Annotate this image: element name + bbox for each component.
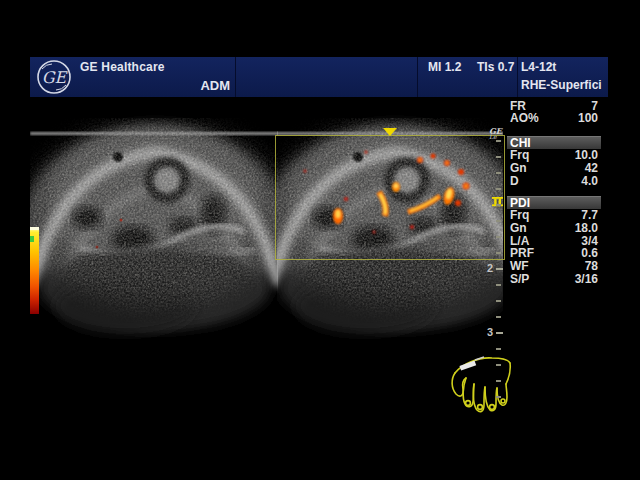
param-value: 4.0 — [581, 175, 598, 188]
param-row: Gn 18.0 — [507, 222, 601, 235]
ao-value: 100 — [578, 112, 598, 124]
acoustic-output-row: AO% 100 — [507, 112, 601, 124]
param-row: Frq 10.0 — [507, 149, 601, 162]
pdi-parameters-section: PDI Frq 7.7 Gn 18.0 L/A 3/4 PRF 0.6 WF 7… — [507, 196, 601, 286]
header-divider — [517, 57, 518, 97]
ge-watermark: GE Le — [489, 128, 502, 140]
param-value: 42 — [585, 162, 598, 175]
ruler-tick — [496, 364, 501, 366]
ultrasound-display: 23 GE Le GE GE Healthcare ADM MI 1.2 TIs… — [0, 0, 640, 480]
exam-mode-label: ADM — [160, 78, 230, 93]
ruler-tick — [496, 156, 501, 158]
ruler-tick — [496, 204, 501, 206]
ruler-tick — [496, 220, 501, 222]
ruler-tick — [496, 396, 501, 398]
param-value: 3/16 — [575, 273, 598, 286]
param-value: 18.0 — [575, 222, 598, 235]
mi-readout: MI 1.2 — [428, 60, 461, 74]
ruler-tick: 3 — [496, 332, 503, 334]
ruler-tick — [496, 300, 501, 302]
ruler-tick — [496, 140, 501, 142]
header-bar: GE GE Healthcare ADM MI 1.2 TIs 0.7 L4-1… — [30, 57, 608, 97]
param-label: S/P — [510, 273, 529, 286]
param-row: S/P 3/16 — [507, 273, 601, 286]
ruler-label: 3 — [487, 326, 493, 338]
ruler-tick — [496, 348, 501, 350]
param-row: Gn 42 — [507, 162, 601, 175]
ruler-tick — [496, 316, 501, 318]
header-divider — [417, 57, 418, 97]
param-row: D 4.0 — [507, 175, 601, 188]
ruler-tick — [496, 284, 501, 286]
header-divider — [235, 57, 236, 97]
ruler-tick — [496, 236, 501, 238]
roi-top-marker-icon — [383, 128, 397, 136]
param-label: D — [510, 175, 519, 188]
ao-label: AO% — [510, 112, 539, 124]
param-row: Frq 7.7 — [507, 209, 601, 222]
preset-name: RHE-Superfici — [521, 78, 607, 92]
probe-name: L4-12t — [521, 60, 556, 74]
status-block: FR 7 AO% 100 — [507, 100, 601, 124]
param-label: Frq — [510, 209, 529, 222]
tis-readout: TIs 0.7 — [477, 60, 514, 74]
param-value: 7.7 — [581, 209, 598, 222]
ruler-tick — [496, 380, 501, 382]
color-roi-box[interactable] — [275, 135, 505, 260]
brand-title: GE Healthcare — [80, 60, 165, 74]
param-label: Gn — [510, 222, 527, 235]
param-label: Frq — [510, 149, 529, 162]
ruler-tick — [496, 188, 501, 190]
svg-text:GE: GE — [42, 68, 69, 87]
chi-parameters-section: CHI Frq 10.0 Gn 42 D 4.0 — [507, 136, 601, 187]
ruler-label: 2 — [487, 262, 493, 274]
param-value: 10.0 — [575, 149, 598, 162]
doppler-colorbar — [30, 227, 39, 314]
param-label: Gn — [510, 162, 527, 175]
ge-logo-icon: GE — [36, 59, 72, 95]
ruler-tick — [496, 172, 501, 174]
bmode-image-left — [23, 125, 287, 334]
ruler-tick — [496, 252, 501, 254]
wall-filter-marker — [30, 236, 34, 242]
ruler-tick: 2 — [496, 268, 503, 270]
